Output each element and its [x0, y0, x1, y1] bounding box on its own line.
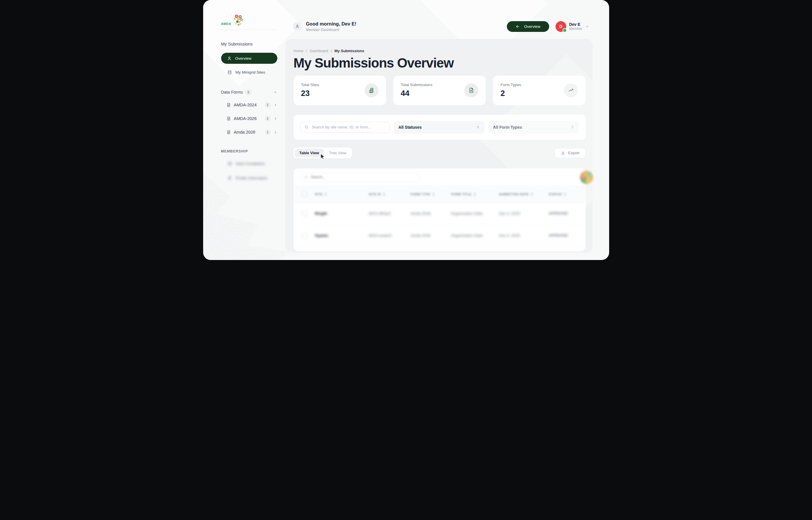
tab-table-view[interactable]: Table View [295, 149, 324, 157]
status-badge: APPROVED [549, 212, 586, 215]
table-search-field[interactable] [300, 173, 419, 182]
breadcrumb-dashboard[interactable]: Dashboard [310, 49, 328, 53]
sidebar-item-overview[interactable]: Overview [221, 53, 277, 64]
cell-site-id: MGS-6f0ae2 [369, 211, 411, 216]
select-all-checkbox[interactable] [302, 191, 307, 197]
search-icon [304, 125, 308, 129]
person-icon [293, 22, 301, 30]
sidebar-item-minigrid-sites[interactable]: My Minigrid Sites [221, 67, 277, 77]
overview-back-button[interactable]: Overview [507, 21, 549, 32]
greeting-text: Good morning, Dev E! [306, 21, 356, 27]
row-checkbox[interactable] [302, 211, 307, 216]
sort-icon [432, 192, 435, 196]
count-badge: 1 [265, 129, 271, 135]
sidebar-item-label: Amda 2028 [234, 130, 255, 134]
sidebar-item-amda-2024[interactable]: AMDA-2024 2 [221, 100, 277, 110]
breadcrumb: Home / Dashboard / My Submissions [294, 49, 586, 53]
breadcrumb-home[interactable]: Home [294, 49, 304, 53]
document-icon [464, 83, 478, 97]
search-icon [304, 175, 308, 179]
user-name: Dev E [569, 22, 583, 27]
chevron-right-icon [274, 130, 277, 134]
cell-submitted-date: Dec 4, 2025 [499, 233, 549, 238]
arrow-left-icon [516, 24, 520, 29]
column-header-submitted-date[interactable]: Submitted Date [499, 192, 549, 196]
table-row[interactable]: Ringiti MGS-6f0ae2 Amda 2028 Organizatio… [294, 203, 586, 225]
file-text-icon [226, 130, 231, 134]
cell-form-title: Organization Data [451, 233, 499, 238]
sort-icon [531, 192, 533, 196]
select-chevrons-icon [476, 125, 480, 129]
cell-site: Oyamo [315, 233, 369, 238]
chevron-right-icon [274, 103, 277, 107]
breadcrumb-current: My Submissions [334, 49, 364, 53]
stat-value: 23 [301, 89, 319, 98]
sidebar-item-profile-information[interactable]: Profile Information [221, 174, 277, 182]
search-input[interactable] [311, 125, 386, 130]
row-checkbox[interactable] [302, 233, 307, 238]
sidebar-item-data-completion[interactable]: Data Completion [221, 159, 277, 168]
column-header-form-type[interactable]: Form Type [411, 192, 451, 196]
user-role: Member [569, 27, 583, 31]
chevron-right-icon [274, 117, 277, 121]
sidebar-item-amda-2026[interactable]: AMDA-2026 2 [221, 113, 277, 124]
user-menu[interactable]: D Dev E Member [556, 21, 589, 32]
stat-value: 44 [401, 89, 432, 98]
sidebar-group-data-forms[interactable]: Data Forms 5 [221, 88, 277, 96]
sidebar-item-label: My Minigrid Sites [236, 70, 266, 75]
greeting-block: Good morning, Dev E! Member Dashboard [293, 21, 356, 32]
sort-icon [383, 192, 385, 196]
sidebar-item-label: AMDA-2024 [234, 103, 257, 107]
sidebar-item-label: Profile Information [236, 176, 268, 180]
topbar: Good morning, Dev E! Member Dashboard Ov… [286, 19, 593, 34]
column-header-site[interactable]: Site [315, 192, 369, 196]
cell-form-title: Organization Data [451, 211, 499, 216]
table-header-row: Site Site ID Form Type Form Title Submit… [294, 186, 586, 203]
stat-card-total-sites: Total Sites 23 [294, 76, 386, 105]
stat-label: Total Sites [301, 83, 319, 87]
amda-logo: AMDA [221, 13, 277, 28]
breadcrumb-separator: / [331, 49, 332, 53]
count-badge: 5 [245, 89, 251, 95]
avatar-initial: D [559, 24, 562, 29]
column-header-form-title[interactable]: Form Title [451, 192, 499, 196]
chevron-down-icon [273, 90, 277, 94]
amda-logo-text: AMDA [221, 22, 231, 28]
sidebar-item-label: Data Completion [236, 161, 265, 166]
avatar: D [556, 21, 566, 32]
overview-back-label: Overview [524, 24, 540, 29]
count-badge: 2 [265, 102, 271, 108]
group-label: Data Forms [221, 90, 243, 95]
stat-value: 2 [500, 89, 521, 98]
building-icon [364, 83, 378, 97]
breadcrumb-separator: / [306, 49, 307, 53]
column-header-status[interactable]: Status [549, 192, 586, 196]
cell-form-type: Amda 2028 [411, 233, 451, 238]
table-row[interactable]: Oyamo MGS-eeadc0 Amda 2028 Organization … [294, 225, 586, 247]
page-title: My Submissions Overview [294, 56, 586, 71]
count-badge: 2 [265, 116, 271, 122]
person-icon [227, 56, 232, 61]
chevron-down-icon [586, 25, 589, 28]
sort-icon [473, 192, 476, 196]
table-search-input[interactable] [310, 175, 415, 179]
sidebar-item-label: Overview [235, 56, 251, 60]
floating-widget[interactable] [580, 171, 593, 184]
app-window: AMDA My Submissions Overview [203, 0, 609, 260]
stat-card-total-submissions: Total Submissions 44 [393, 76, 486, 105]
sidebar-section-membership: MEMBERSHIP [221, 149, 277, 153]
cell-site: Ringiti [315, 211, 369, 216]
sidebar-item-amda-2028[interactable]: Amda 2028 1 [221, 127, 277, 137]
column-header-site-id[interactable]: Site ID [369, 192, 411, 196]
cell-site-id: MGS-eeadc0 [369, 233, 411, 238]
status-filter-select[interactable]: All Statuses [394, 121, 484, 133]
online-status-dot [563, 28, 567, 32]
sidebar-section-title: My Submissions [221, 42, 277, 46]
sidebar-item-label: AMDA-2026 [234, 116, 257, 121]
site-search-field[interactable] [300, 122, 390, 133]
tab-tree-view[interactable]: Tree View [324, 149, 351, 157]
file-text-icon [226, 116, 231, 121]
cell-form-type: Amda 2028 [411, 211, 451, 216]
mouse-cursor [320, 154, 325, 161]
sort-icon [324, 192, 327, 196]
